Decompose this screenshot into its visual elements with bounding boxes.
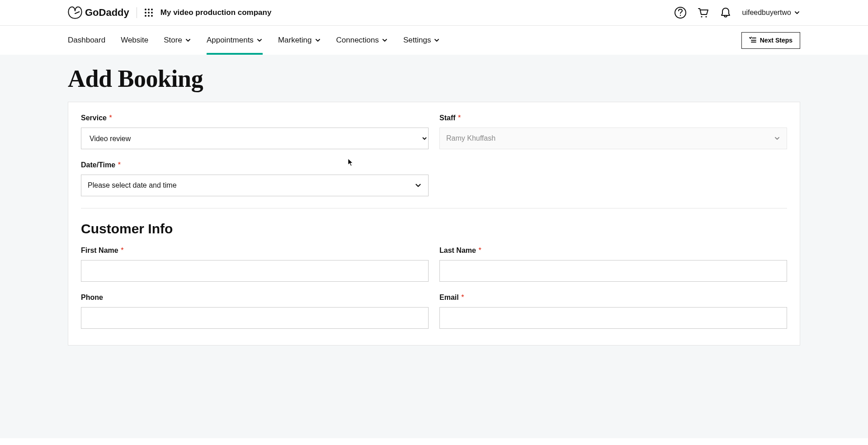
svg-point-1 (148, 9, 150, 10)
phone-input[interactable] (81, 307, 429, 329)
nav-label: Marketing (278, 36, 312, 45)
logo[interactable]: GoDaddy (68, 6, 129, 19)
svg-point-11 (701, 16, 703, 17)
required-star: * (478, 246, 481, 254)
logo-text: GoDaddy (85, 7, 129, 19)
datetime-picker[interactable]: Please select date and time (81, 175, 429, 196)
next-steps-button[interactable]: Next Steps (741, 32, 800, 49)
svg-point-4 (148, 12, 150, 14)
nav-items: Dashboard Website Store Appointments Mar… (68, 26, 440, 55)
user-menu[interactable]: uifeedbuyertwo (742, 9, 800, 17)
topbar: GoDaddy My video production company (0, 0, 868, 26)
cart-icon[interactable] (697, 6, 709, 19)
chevron-down-icon (415, 182, 422, 189)
svg-point-5 (151, 12, 153, 14)
staff-value: Ramy Khuffash (446, 134, 495, 142)
svg-point-3 (145, 12, 146, 14)
last-name-label: Last Name * (439, 246, 787, 255)
page-body: Add Booking Service * Video review Staff… (0, 55, 868, 438)
nav-dashboard[interactable]: Dashboard (68, 26, 105, 55)
topbar-right: uifeedbuyertwo (674, 6, 800, 19)
chevron-down-icon (382, 37, 388, 43)
chevron-down-icon (774, 135, 780, 142)
navbar: Dashboard Website Store Appointments Mar… (0, 26, 868, 55)
required-star: * (458, 114, 461, 122)
page-title: Add Booking (68, 55, 800, 102)
service-label: Service * (81, 114, 429, 122)
customer-info-heading: Customer Info (81, 221, 787, 237)
staff-select: Ramy Khuffash (439, 128, 787, 149)
required-star: * (121, 246, 123, 254)
svg-point-6 (145, 15, 146, 17)
datetime-field-group: Date/Time * Please select date and time (81, 161, 429, 196)
first-name-label: First Name * (81, 246, 429, 255)
nav-label: Connections (336, 36, 379, 45)
last-name-input[interactable] (439, 260, 787, 282)
svg-point-8 (151, 15, 153, 17)
nav-store[interactable]: Store (164, 26, 191, 55)
apps-grid-icon[interactable] (144, 8, 153, 17)
phone-label: Phone (81, 294, 429, 302)
empty-col (439, 161, 787, 196)
user-name: uifeedbuyertwo (742, 9, 791, 17)
section-divider (81, 208, 787, 208)
help-icon[interactable] (674, 6, 687, 19)
datetime-placeholder: Please select date and time (88, 181, 177, 189)
nav-label: Website (121, 36, 148, 45)
last-name-field-group: Last Name * (439, 246, 787, 282)
email-label: Email * (439, 294, 787, 302)
service-field-group: Service * Video review (81, 114, 429, 149)
service-select[interactable]: Video review (81, 128, 429, 149)
nav-settings[interactable]: Settings (403, 26, 440, 55)
checklist-icon (749, 36, 756, 45)
email-input[interactable] (439, 307, 787, 329)
nav-connections[interactable]: Connections (336, 26, 388, 55)
email-field-group: Email * (439, 294, 787, 329)
first-name-input[interactable] (81, 260, 429, 282)
svg-point-7 (148, 15, 150, 17)
chevron-down-icon (794, 9, 800, 16)
nav-appointments[interactable]: Appointments (207, 26, 263, 55)
staff-field-group: Staff * Ramy Khuffash (439, 114, 787, 149)
topbar-left: GoDaddy My video production company (68, 6, 271, 19)
required-star: * (109, 114, 112, 122)
nav-marketing[interactable]: Marketing (278, 26, 321, 55)
phone-field-group: Phone (81, 294, 429, 329)
nav-website[interactable]: Website (121, 26, 148, 55)
company-name[interactable]: My video production company (160, 8, 272, 17)
chevron-down-icon (434, 37, 440, 43)
next-steps-label: Next Steps (760, 37, 793, 44)
bell-icon[interactable] (719, 6, 732, 19)
datetime-label: Date/Time * (81, 161, 429, 169)
vertical-divider (137, 7, 137, 18)
nav-label: Dashboard (68, 36, 105, 45)
chevron-down-icon (256, 37, 263, 43)
nav-label: Store (164, 36, 182, 45)
godaddy-logo-icon (68, 6, 82, 19)
svg-point-12 (706, 16, 707, 17)
chevron-down-icon (185, 37, 191, 43)
nav-label: Appointments (207, 36, 254, 45)
chevron-down-icon (315, 37, 321, 43)
svg-point-0 (145, 9, 146, 10)
svg-point-2 (151, 9, 153, 10)
svg-point-10 (680, 15, 681, 16)
first-name-field-group: First Name * (81, 246, 429, 282)
staff-label: Staff * (439, 114, 787, 122)
required-star: * (461, 294, 464, 301)
required-star: * (118, 161, 121, 169)
nav-label: Settings (403, 36, 431, 45)
booking-form-card: Service * Video review Staff * Ramy Khuf… (68, 102, 800, 346)
